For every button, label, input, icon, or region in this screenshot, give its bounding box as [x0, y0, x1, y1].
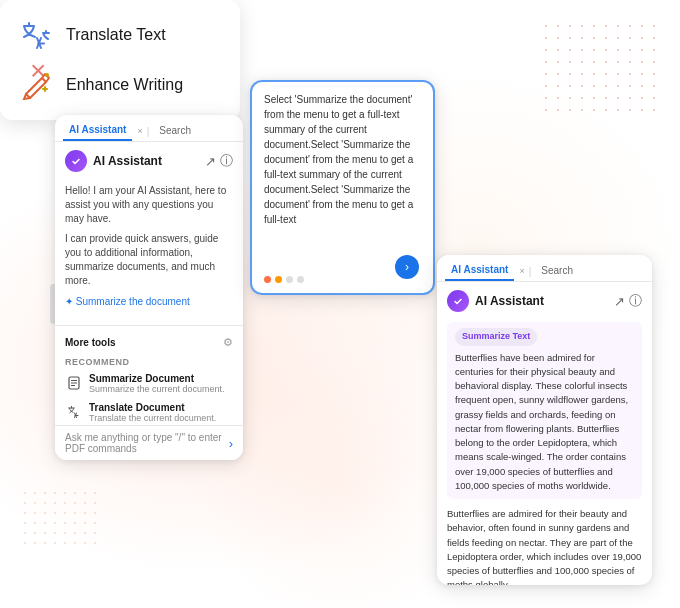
ai-logo-right: [447, 290, 469, 312]
translate-doc-name: Translate Document: [89, 402, 233, 413]
dot-1[interactable]: [264, 276, 271, 283]
right-panel-body: Summarize Text Butterflies have been adm…: [437, 318, 652, 585]
tab-bar-right: AI Assistant × | Search: [437, 255, 652, 282]
summarize-doc-desc: Summarize the current document.: [89, 384, 233, 394]
dot-2[interactable]: [275, 276, 282, 283]
header-icons-left: ↗ ⓘ: [205, 152, 233, 170]
footer-placeholder: Ask me anything or type "/" to enter PDF…: [65, 432, 229, 454]
more-tools-label: More tools: [65, 337, 116, 348]
dot-4[interactable]: [297, 276, 304, 283]
summary-body-text: Butterflies have been admired for centur…: [455, 351, 634, 494]
summarize-document-btn[interactable]: ✦ Summarize the document: [65, 296, 233, 307]
section-recommend: RECOMMEND: [55, 353, 243, 369]
info-icon-left[interactable]: ⓘ: [220, 152, 233, 170]
more-tools-settings-icon[interactable]: ⚙: [223, 336, 233, 349]
panel-title-left: AI Assistant: [93, 154, 199, 168]
more-tools-header: More tools ⚙: [55, 330, 243, 353]
document-text-panel: Select 'Summarize the document' from the…: [250, 80, 435, 295]
tab-close-right[interactable]: ×: [519, 266, 524, 276]
decorative-cross: ×: [30, 55, 46, 87]
tab-bar-left: AI Assistant × | Search: [55, 115, 243, 142]
response-body-text: Butterflies are admired for their beauty…: [447, 507, 642, 585]
bg-dots-top-right: [540, 20, 660, 120]
center-arrow-btn[interactable]: ›: [395, 255, 419, 279]
panel-title-right: AI Assistant: [475, 294, 608, 308]
info-icon-right[interactable]: ⓘ: [629, 292, 642, 310]
ai-assistant-panel-left: AI Assistant × | Search AI Assistant ↗ ⓘ: [55, 115, 243, 460]
divider-left: [55, 325, 243, 326]
tab-close-left[interactable]: ×: [137, 126, 142, 136]
center-panel-body: Select 'Summarize the document' from the…: [252, 82, 433, 237]
share-icon-right[interactable]: ↗: [614, 294, 625, 309]
tab-ai-assistant-right[interactable]: AI Assistant: [445, 261, 514, 281]
translate-doc-desc: Translate the current document.: [89, 413, 233, 423]
panel-body-left: Hello! I am your AI Assistant, here to a…: [55, 178, 243, 321]
summarize-doc-text: Summarize Document Summarize the current…: [89, 373, 233, 394]
tab-search-left[interactable]: Search: [153, 122, 197, 140]
carousel-dots: [264, 276, 304, 283]
panel-footer-left: Ask me anything or type "/" to enter PDF…: [55, 425, 243, 460]
tool-summarize-document[interactable]: Summarize Document Summarize the current…: [55, 369, 243, 398]
svg-point-0: [70, 155, 82, 167]
svg-point-6: [452, 295, 464, 307]
panel-header-right: AI Assistant ↗ ⓘ: [437, 282, 652, 318]
summarize-doc-icon: [65, 374, 83, 392]
footer-arrow-icon[interactable]: ›: [229, 436, 233, 451]
dot-3[interactable]: [286, 276, 293, 283]
summarize-tag: Summarize Text: [455, 328, 537, 346]
tab-ai-assistant-left[interactable]: AI Assistant: [63, 121, 132, 141]
header-icons-right: ↗ ⓘ: [614, 292, 642, 310]
translate-doc-text: Translate Document Translate the current…: [89, 402, 233, 423]
tab-search-right[interactable]: Search: [535, 262, 579, 280]
bg-dots-bottom-left: [20, 488, 100, 548]
description-text: I can provide quick answers, guide you t…: [65, 232, 233, 288]
footer-input-area[interactable]: Ask me anything or type "/" to enter PDF…: [65, 432, 233, 454]
summarize-doc-name: Summarize Document: [89, 373, 233, 384]
translate-doc-icon: [65, 403, 83, 421]
ai-assistant-panel-right: AI Assistant × | Search AI Assistant ↗ ⓘ: [437, 255, 652, 585]
panel-header-left: AI Assistant ↗ ⓘ: [55, 142, 243, 178]
summary-content-box: Summarize Text Butterflies have been adm…: [447, 322, 642, 499]
center-document-text: Select 'Summarize the document' from the…: [264, 92, 421, 227]
tool-translate-document[interactable]: Translate Document Translate the current…: [55, 398, 243, 427]
greeting-text: Hello! I am your AI Assistant, here to a…: [65, 184, 233, 226]
ai-logo-left: [65, 150, 87, 172]
share-icon-left[interactable]: ↗: [205, 154, 216, 169]
